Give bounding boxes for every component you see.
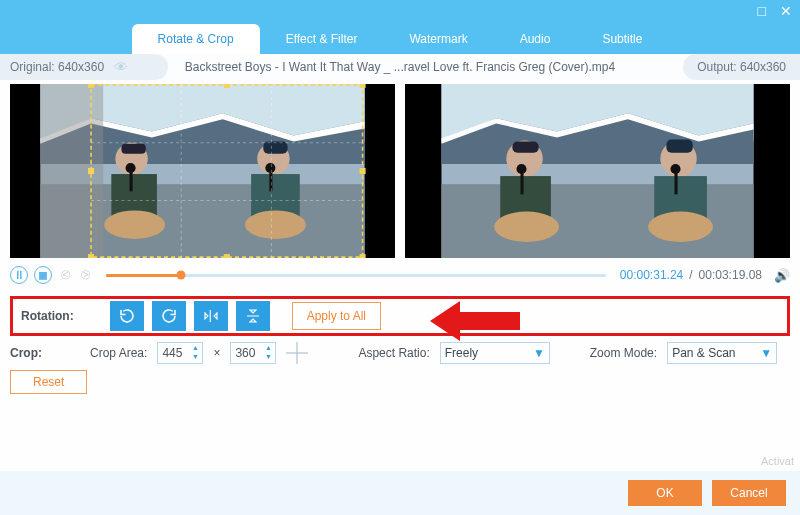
svg-rect-23: [360, 84, 366, 88]
output-preview: [405, 84, 790, 258]
spin-down-icon[interactable]: ▼: [262, 353, 274, 362]
ok-button[interactable]: OK: [628, 480, 702, 506]
svg-point-14: [245, 211, 306, 239]
pause-icon: ⏸: [13, 268, 25, 282]
apply-to-all-button[interactable]: Apply to All: [292, 302, 381, 330]
svg-rect-28: [88, 168, 94, 174]
svg-rect-29: [360, 168, 366, 174]
player-bar: ⏸ ◼ ⧀ ⧁ 00:00:31.24/00:03:19.08 🔊: [0, 262, 800, 288]
time-sep: /: [689, 268, 692, 282]
seek-knob[interactable]: [176, 271, 185, 280]
cancel-button[interactable]: Cancel: [712, 480, 786, 506]
crop-height-value: 360: [235, 346, 255, 360]
crop-panel: Crop: Crop Area: 445 ▲▼ × 360 ▲▼ Aspect …: [10, 342, 790, 364]
tab-watermark[interactable]: Watermark: [383, 24, 493, 54]
svg-rect-22: [88, 84, 94, 88]
spin-down-icon[interactable]: ▼: [189, 353, 201, 362]
tab-audio[interactable]: Audio: [494, 24, 577, 54]
info-row: Original: 640x360 👁 Backstreet Boys - I …: [0, 54, 800, 80]
seek-slider[interactable]: [106, 274, 606, 277]
zoom-mode-value: Pan & Scan: [672, 346, 735, 360]
original-preview[interactable]: [10, 84, 395, 258]
chevron-down-icon: ▼: [760, 346, 772, 360]
spin-up-icon[interactable]: ▲: [189, 344, 201, 353]
svg-rect-41: [666, 140, 692, 153]
zoom-mode-label: Zoom Mode:: [590, 346, 657, 360]
svg-rect-26: [224, 84, 230, 88]
minimize-button[interactable]: □: [758, 4, 766, 18]
position-picker-icon[interactable]: [286, 342, 308, 364]
spin-up-icon[interactable]: ▲: [262, 344, 274, 353]
tab-effect-filter[interactable]: Effect & Filter: [260, 24, 384, 54]
crop-height-input[interactable]: 360 ▲▼: [230, 342, 276, 364]
rotate-left-icon: [118, 307, 136, 325]
current-time: 00:00:31.24: [620, 268, 683, 282]
seek-fill: [106, 274, 181, 277]
titlebar: □ ✕: [0, 0, 800, 22]
crop-label: Crop:: [10, 346, 80, 360]
output-resolution-chip: Output: 640x360: [683, 54, 800, 80]
output-resolution-label: Output: 640x360: [697, 60, 786, 74]
stop-icon: ◼: [38, 268, 48, 282]
svg-point-8: [104, 211, 165, 239]
svg-point-43: [648, 212, 713, 242]
svg-point-39: [516, 164, 526, 174]
rotation-panel: Rotation: Apply to All: [10, 296, 790, 336]
rotate-right-button[interactable]: [152, 301, 186, 331]
svg-point-45: [670, 164, 680, 174]
pause-button[interactable]: ⏸: [10, 266, 28, 284]
svg-rect-6: [121, 144, 145, 154]
flip-vertical-icon: [244, 307, 262, 325]
close-button[interactable]: ✕: [780, 4, 792, 18]
zoom-mode-select[interactable]: Pan & Scan ▼: [667, 342, 777, 364]
rotate-right-icon: [160, 307, 178, 325]
aspect-ratio-value: Freely: [445, 346, 478, 360]
tabs-bar: Rotate & Crop Effect & Filter Watermark …: [0, 22, 800, 54]
flip-horizontal-button[interactable]: [194, 301, 228, 331]
crop-width-input[interactable]: 445 ▲▼: [157, 342, 203, 364]
chevron-down-icon: ▼: [533, 346, 545, 360]
prev-frame-button[interactable]: ⧀: [58, 268, 72, 282]
flip-vertical-button[interactable]: [236, 301, 270, 331]
svg-rect-24: [88, 254, 94, 258]
eye-icon[interactable]: 👁: [114, 59, 128, 75]
tab-subtitle[interactable]: Subtitle: [576, 24, 668, 54]
rotation-label: Rotation:: [21, 309, 74, 323]
svg-rect-27: [224, 254, 230, 258]
next-icon: ⧁: [81, 268, 90, 282]
svg-point-10: [126, 163, 136, 173]
crop-area-label: Crop Area:: [90, 346, 147, 360]
next-frame-button[interactable]: ⧁: [78, 268, 92, 282]
reset-button[interactable]: Reset: [10, 370, 87, 394]
footer: OK Cancel: [0, 471, 800, 515]
original-resolution-chip: Original: 640x360 👁: [0, 54, 168, 80]
svg-point-37: [494, 212, 559, 242]
svg-rect-12: [263, 142, 287, 154]
prev-icon: ⧀: [61, 268, 70, 282]
rotate-left-button[interactable]: [110, 301, 144, 331]
svg-rect-25: [360, 254, 366, 258]
total-time: 00:03:19.08: [699, 268, 762, 282]
tab-rotate-crop[interactable]: Rotate & Crop: [132, 24, 260, 54]
preview-area: [0, 80, 800, 262]
flip-horizontal-icon: [202, 307, 220, 325]
svg-point-16: [265, 163, 275, 173]
original-resolution-label: Original: 640x360: [10, 60, 104, 74]
aspect-ratio-select[interactable]: Freely ▼: [440, 342, 550, 364]
watermark-hint: Activat: [761, 455, 794, 467]
volume-icon[interactable]: 🔊: [774, 268, 790, 283]
aspect-ratio-label: Aspect Ratio:: [358, 346, 429, 360]
crop-sep: ×: [213, 346, 220, 360]
stop-button[interactable]: ◼: [34, 266, 52, 284]
svg-rect-35: [512, 142, 538, 153]
crop-width-value: 445: [162, 346, 182, 360]
